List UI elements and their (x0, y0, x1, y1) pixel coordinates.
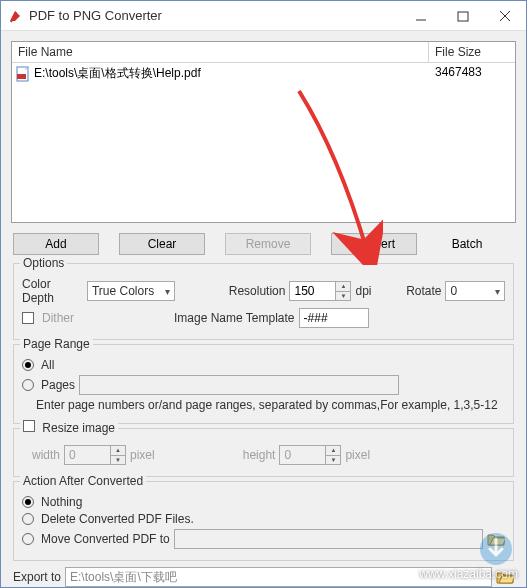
options-legend: Options (20, 256, 67, 270)
batch-button[interactable]: Batch (437, 233, 497, 255)
width-spinner[interactable]: ▲▼ (64, 445, 126, 465)
height-spinner[interactable]: ▲▼ (279, 445, 341, 465)
clear-button[interactable]: Clear (119, 233, 205, 255)
app-icon (7, 8, 23, 24)
template-input[interactable] (299, 308, 369, 328)
col-filename[interactable]: File Name (12, 42, 429, 63)
nothing-radio[interactable] (22, 496, 34, 508)
minimize-button[interactable] (400, 1, 442, 31)
remove-button[interactable]: Remove (225, 233, 311, 255)
rotate-select[interactable]: 0 ▾ (445, 281, 505, 301)
file-path: E:\tools\桌面\格式转换\Help.pdf (34, 65, 201, 82)
height-label: height (243, 448, 276, 462)
dither-checkbox[interactable] (22, 312, 34, 324)
pages-label: Pages (41, 378, 75, 392)
resolution-label: Resolution (229, 284, 286, 298)
dither-label: Dither (42, 311, 74, 325)
delete-radio[interactable] (22, 513, 34, 525)
maximize-button[interactable] (442, 1, 484, 31)
spin-down-icon[interactable]: ▼ (336, 291, 350, 301)
resolution-input[interactable] (289, 281, 335, 301)
resize-checkbox[interactable] (23, 420, 35, 432)
spin-down-icon[interactable]: ▼ (326, 455, 340, 465)
spin-down-icon[interactable]: ▼ (111, 455, 125, 465)
spin-up-icon[interactable]: ▲ (326, 446, 340, 455)
svg-rect-5 (17, 74, 26, 79)
options-group: Options Color Depth True Colors ▾ Resolu… (13, 263, 514, 340)
width-unit: pixel (130, 448, 155, 462)
page-range-group: Page Range All Pages Enter page numbers … (13, 344, 514, 424)
title-bar: PDF to PNG Converter (1, 1, 526, 31)
template-label: Image Name Template (174, 311, 295, 325)
width-label: width (32, 448, 60, 462)
action-group: Action After Converted Nothing Delete Co… (13, 481, 514, 561)
resolution-unit: dpi (355, 284, 371, 298)
app-window: PDF to PNG Converter File Name File Size… (0, 0, 527, 588)
button-row: Add Clear Remove Convert Batch (13, 233, 514, 255)
resize-label: Resize image (42, 421, 115, 435)
spin-up-icon[interactable]: ▲ (111, 446, 125, 455)
pdf-icon (16, 66, 30, 82)
height-input[interactable] (279, 445, 325, 465)
all-label: All (41, 358, 54, 372)
file-row[interactable]: E:\tools\桌面\格式转换\Help.pdf 3467483 (12, 63, 515, 84)
rotate-label: Rotate (406, 284, 441, 298)
resolution-spinner[interactable]: ▲▼ (289, 281, 351, 301)
height-unit: pixel (345, 448, 370, 462)
resize-group: Resize image width ▲▼ pixel height ▲▼ pi… (13, 428, 514, 477)
watermark-text: www.xiazaiba.com (419, 567, 518, 581)
chevron-down-icon: ▾ (495, 286, 500, 297)
all-radio[interactable] (22, 359, 34, 371)
window-title: PDF to PNG Converter (29, 8, 400, 23)
chevron-down-icon: ▾ (165, 286, 170, 297)
move-path-input[interactable] (174, 529, 483, 549)
export-label: Export to (13, 570, 61, 584)
page-range-legend: Page Range (20, 337, 93, 351)
spin-up-icon[interactable]: ▲ (336, 282, 350, 291)
pages-radio[interactable] (22, 379, 34, 391)
color-depth-label: Color Depth (22, 277, 83, 305)
nothing-label: Nothing (41, 495, 82, 509)
file-list: File Name File Size E:\tools\桌面\格式转换\Hel… (11, 41, 516, 223)
svg-rect-1 (458, 12, 468, 21)
delete-label: Delete Converted PDF Files. (41, 512, 194, 526)
pages-input[interactable] (79, 375, 399, 395)
page-range-hint: Enter page numbers or/and page ranges, s… (36, 398, 498, 412)
convert-button[interactable]: Convert (331, 233, 417, 255)
width-input[interactable] (64, 445, 110, 465)
move-radio[interactable] (22, 533, 34, 545)
col-filesize[interactable]: File Size (429, 42, 515, 63)
move-label: Move Converted PDF to (41, 532, 170, 546)
color-depth-select[interactable]: True Colors ▾ (87, 281, 175, 301)
action-legend: Action After Converted (20, 474, 146, 488)
file-size: 3467483 (429, 63, 515, 84)
watermark-logo (476, 529, 516, 569)
file-list-header: File Name File Size (12, 42, 515, 63)
add-button[interactable]: Add (13, 233, 99, 255)
close-button[interactable] (484, 1, 526, 31)
